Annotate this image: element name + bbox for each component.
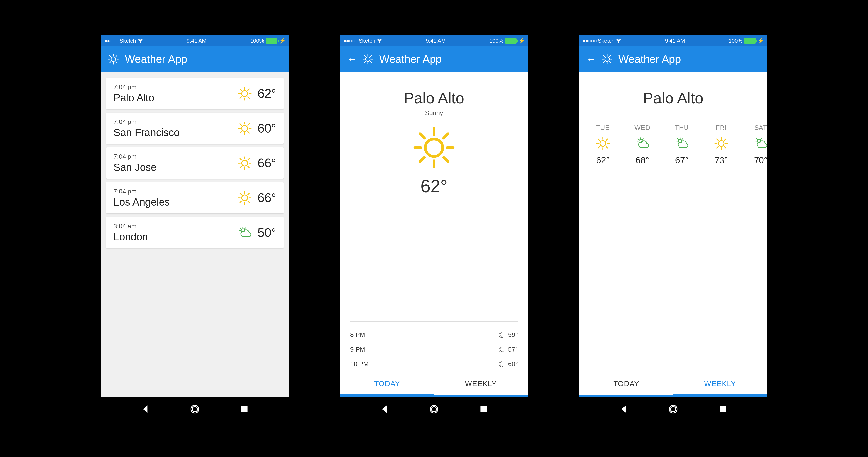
sun-icon — [238, 87, 251, 101]
moon-icon — [498, 361, 504, 367]
sun-icon — [238, 156, 251, 170]
city-name: London — [114, 231, 148, 243]
svg-point-29 — [432, 407, 437, 412]
detail-hero: Palo Alto — [580, 72, 767, 122]
wifi-icon — [137, 39, 143, 43]
hour-label: 10 PM — [350, 360, 369, 368]
nav-home-icon[interactable] — [429, 404, 439, 414]
day-column[interactable]: FRI73° — [708, 124, 735, 166]
carrier-label: Sketch — [598, 38, 614, 44]
status-time: 9:41 AM — [426, 38, 446, 44]
city-name: Palo Alto — [643, 89, 704, 107]
day-column[interactable]: WED68° — [629, 124, 656, 166]
day-temp: 62° — [596, 155, 610, 166]
app-title: Weather App — [618, 53, 681, 65]
city-card[interactable]: 3:04 amLondon50° — [106, 217, 284, 248]
city-time: 3:04 am — [114, 222, 148, 230]
detail-hero: Palo Alto Sunny 62° — [340, 72, 528, 204]
charging-icon: ⚡ — [757, 38, 764, 44]
hour-temp: 59° — [508, 331, 518, 339]
app-bar: ← Weather App — [340, 46, 528, 72]
svg-point-27 — [379, 42, 380, 43]
hourly-row: 8 PM59° — [350, 328, 518, 342]
nav-back-icon[interactable] — [379, 404, 390, 414]
day-temp: 68° — [636, 155, 649, 166]
day-label: FRI — [716, 124, 727, 132]
day-column[interactable]: TUE62° — [589, 124, 617, 166]
city-card[interactable]: 7:04 pmSan Francisco60° — [106, 112, 284, 144]
wifi-icon — [616, 39, 621, 43]
day-label: WED — [634, 124, 650, 132]
day-label: TUE — [596, 124, 610, 132]
city-name: San Jose — [114, 161, 157, 173]
battery-label: 100% — [490, 38, 503, 44]
phone-today-detail: ●●○○○ Sketch 9:41 AM 100% ⚡ ← Weather Ap… — [340, 35, 528, 422]
svg-point-25 — [192, 407, 197, 412]
battery-label: 100% — [729, 38, 743, 44]
city-card[interactable]: 7:04 pmLos Angeles66° — [106, 182, 284, 214]
app-title: Weather App — [125, 53, 187, 65]
status-time: 9:41 AM — [187, 38, 207, 44]
svg-point-23 — [140, 42, 141, 43]
hourly-row: 9 PM57° — [350, 342, 518, 357]
sun-icon — [596, 136, 610, 150]
signal-dots-icon: ●●○○○ — [343, 38, 357, 44]
back-arrow-icon[interactable]: ← — [586, 54, 596, 65]
day-label: SAT — [754, 124, 767, 132]
condition-label: Sunny — [425, 109, 443, 117]
city-name: Los Angeles — [114, 196, 170, 208]
city-card[interactable]: 7:04 pmSan Jose66° — [106, 148, 284, 179]
battery-icon — [744, 38, 756, 44]
sun-icon — [108, 54, 119, 65]
nav-recent-icon[interactable] — [239, 404, 250, 414]
nav-back-icon[interactable] — [619, 404, 629, 414]
phone-weekly-detail: ●●○○○ Sketch 9:41 AM 100% ⚡ ← Weather Ap… — [580, 35, 767, 422]
charging-icon: ⚡ — [279, 38, 285, 44]
weekly-forecast[interactable]: TUE62°WED68°THU67°FRI73°SAT70° — [580, 122, 767, 166]
signal-dots-icon: ●●○○○ — [583, 38, 596, 44]
app-bar: ← Weather App — [580, 46, 767, 72]
app-bar: Weather App — [101, 46, 288, 72]
carrier-label: Sketch — [359, 38, 375, 44]
nav-back-icon[interactable] — [140, 404, 151, 414]
city-time: 7:04 pm — [114, 188, 170, 195]
partly-icon — [675, 136, 689, 150]
tab-weekly[interactable]: WEEKLY — [673, 371, 767, 395]
back-arrow-icon[interactable]: ← — [347, 54, 356, 65]
sun-icon — [413, 127, 455, 169]
tab-today[interactable]: TODAY — [340, 371, 434, 395]
tab-today[interactable]: TODAY — [580, 371, 673, 395]
city-card[interactable]: 7:04 pmPalo Alto62° — [106, 78, 284, 109]
city-time: 7:04 pm — [114, 153, 157, 160]
svg-rect-34 — [719, 406, 726, 412]
battery-label: 100% — [250, 38, 264, 44]
android-nav-bar — [101, 397, 288, 422]
nav-home-icon[interactable] — [668, 404, 678, 414]
moon-icon — [498, 332, 504, 338]
nav-home-icon[interactable] — [190, 404, 200, 414]
city-list: 7:04 pmPalo Alto62°7:04 pmSan Francisco6… — [101, 72, 288, 254]
status-time: 9:41 AM — [665, 38, 685, 44]
tab-weekly[interactable]: WEEKLY — [434, 371, 528, 395]
city-temp: 50° — [257, 226, 276, 240]
hour-label: 9 PM — [350, 346, 365, 353]
day-column[interactable]: THU67° — [668, 124, 695, 166]
android-nav-bar — [580, 397, 767, 422]
nav-recent-icon[interactable] — [478, 404, 489, 414]
sun-icon — [714, 136, 728, 150]
partly-icon — [754, 136, 767, 150]
day-temp: 73° — [715, 155, 728, 166]
status-bar: ●●○○○ Sketch 9:41 AM 100% ⚡ — [340, 35, 528, 46]
svg-point-31 — [618, 42, 619, 43]
carrier-label: Sketch — [119, 38, 136, 44]
city-name: San Francisco — [114, 127, 180, 138]
svg-rect-26 — [241, 406, 247, 412]
day-column[interactable]: SAT70° — [747, 124, 767, 166]
sun-icon — [238, 122, 251, 135]
wifi-icon — [377, 39, 382, 43]
nav-recent-icon[interactable] — [718, 404, 728, 414]
app-title: Weather App — [379, 53, 442, 65]
hour-temp: 60° — [508, 360, 518, 368]
android-nav-bar — [340, 397, 528, 422]
hourly-forecast: 8 PM59°9 PM57°10 PM60° — [340, 321, 528, 371]
